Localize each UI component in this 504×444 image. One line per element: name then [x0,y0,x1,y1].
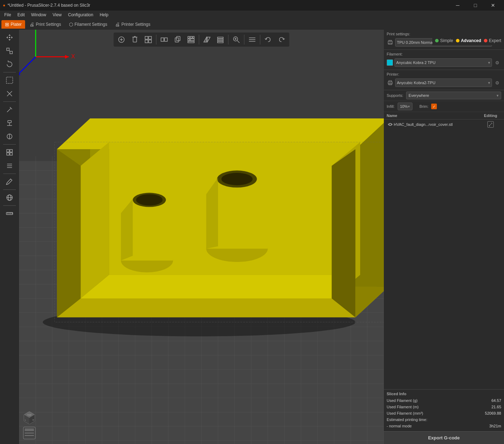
toolbar-separator-5 [3,189,16,190]
vp-sep1 [156,35,157,45]
filament-mm3-label: Used Filament (mm³) [387,410,423,416]
svg-rect-35 [161,38,164,41]
menu-view[interactable]: View [50,12,65,18]
vp-sep3 [228,35,229,45]
tool-variable-layer[interactable] [2,159,17,172]
visibility-icon[interactable] [387,121,394,128]
filament-dropdown[interactable]: Anycubic Kobra 2 TPU ▾ [394,58,492,67]
tool-fdm[interactable] [2,146,17,159]
tool-ruler[interactable] [2,207,17,220]
filament-g-value: 64.57 [491,397,501,404]
tab-filament-settings[interactable]: ⬡ Filament Settings [65,20,111,29]
tool-rotate[interactable] [2,58,17,71]
3d-scene[interactable]: X Y [19,30,384,444]
object-list: Name Editing HVAC_fault_diagn...rvoir_co… [384,112,504,389]
filament-m-value: 21.65 [491,404,501,410]
print-time-value: 3h21m [489,423,501,429]
infill-label: Infill: [387,104,395,109]
svg-marker-116 [81,275,360,298]
svg-line-53 [238,41,240,43]
filament-label: Filament: [387,52,501,56]
vp-add[interactable] [115,34,128,45]
edit-icon[interactable] [487,121,494,128]
vp-mirror[interactable] [201,34,213,45]
layers-navigator[interactable] [22,426,37,440]
svg-point-126 [136,194,163,205]
tool-cut[interactable] [2,87,17,100]
tool-support[interactable] [2,117,17,129]
vp-zoom[interactable] [230,34,243,45]
window-controls: ─ □ ✕ [450,0,501,11]
filament-mm3-value: 52069.88 [485,410,501,416]
vp-lines[interactable] [246,34,259,45]
tool-paint[interactable] [2,103,17,116]
advanced-dot [456,39,459,42]
vp-layer[interactable] [214,34,227,45]
object-list-header: Name Editing [384,112,504,119]
printer-gear[interactable]: ⚙ [493,79,501,87]
brim-checkbox[interactable]: ✓ [431,104,437,109]
svg-rect-40 [188,36,190,38]
tab-plater[interactable]: ⊞ Plater [1,20,25,29]
object-edit [480,121,501,128]
printer-dropdown[interactable]: Anycubic Kobra2-TPU ▾ [395,78,492,87]
tool-globe[interactable] [2,191,17,204]
tabbar: ⊞ Plater 🖨 Print Settings ⬡ Filament Set… [0,19,504,30]
close-button[interactable]: ✕ [485,0,501,11]
svg-rect-32 [149,36,152,39]
tool-select[interactable] [2,74,17,87]
svg-rect-13 [10,153,12,155]
filament-color-swatch[interactable] [387,59,393,66]
infill-dropdown[interactable]: 10% ▾ [398,103,412,110]
tab-printer-settings[interactable]: 🖨 Printer Settings [111,20,154,29]
tool-seam[interactable] [2,130,17,143]
print-time-label: Estimated printing time: [387,416,427,423]
mode-expert[interactable]: Expert [484,38,501,43]
mode-advanced[interactable]: Advanced [456,38,481,43]
menu-configuration[interactable]: Configuration [65,12,96,18]
vp-redo[interactable] [275,34,288,45]
menubar: File Edit Window View Configuration Help [0,11,504,19]
filament-gear[interactable]: ⚙ [493,59,501,66]
vp-undo[interactable] [262,34,275,45]
toolbar-separator-6 [3,205,16,206]
svg-marker-47 [207,37,210,42]
menu-edit[interactable]: Edit [14,12,28,18]
printer-label: Printer: [387,72,501,76]
right-panel: Print settings: TPU 0.20mm Normal(0.4mm … [384,30,504,444]
vp-copy[interactable] [171,34,184,45]
menu-help[interactable]: Help [97,12,111,18]
left-toolbar [0,30,19,444]
vp-split[interactable] [158,34,171,45]
minimize-button[interactable]: ─ [450,0,466,11]
filament-g-row: Used Filament (g) 64.57 [387,397,501,404]
sliced-info-title: Sliced Info [387,392,501,396]
tab-print-settings[interactable]: 🖨 Print Settings [26,20,64,29]
svg-text:X: X [71,53,75,59]
supports-row: Supports: Everywhere ▾ [384,90,504,101]
brim-label: Brim: [420,104,429,109]
svg-rect-41 [191,36,192,38]
supports-dropdown[interactable]: Everywhere ▾ [406,92,501,99]
menu-window[interactable]: Window [28,12,49,18]
svg-rect-28 [133,37,137,42]
app-icon: ● [3,3,5,8]
svg-rect-31 [145,36,148,39]
menu-file[interactable]: File [1,12,14,18]
table-row[interactable]: HVAC_fault_diagn...rvoir_cover.stl [384,119,504,129]
vp-arrange[interactable] [185,34,198,45]
tool-move[interactable] [2,31,17,44]
vp-sep5 [260,35,260,45]
viewport[interactable]: X Y TOP L R [19,30,384,444]
mode-simple[interactable]: Simple [435,38,453,43]
app-title: ● *Untitled - PrusaSlicer-2.7.4 based on… [3,3,90,8]
tool-pen[interactable] [2,175,17,188]
tool-scale[interactable] [2,45,17,57]
vp-delete[interactable] [129,34,141,45]
object-name: HVAC_fault_diagn...rvoir_cover.stl [394,122,480,127]
svg-rect-42 [193,36,194,38]
vp-grid[interactable] [142,34,155,45]
maximize-button[interactable]: □ [467,0,484,11]
cube-navigator[interactable]: TOP L R [22,409,37,424]
export-gcode-button[interactable]: Export G-code [384,431,504,444]
